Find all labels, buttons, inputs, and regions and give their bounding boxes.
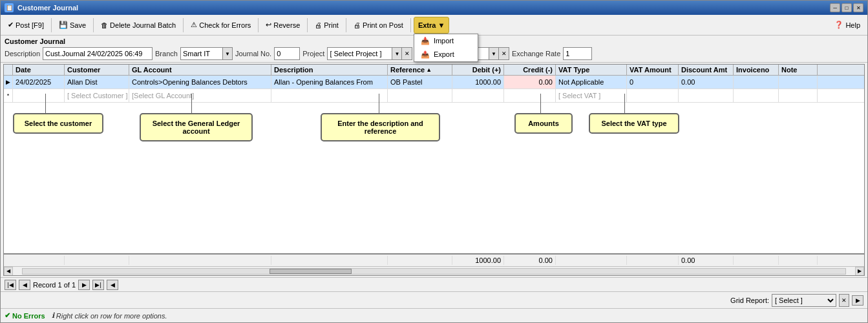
- delete-button[interactable]: 🗑 Delete Journal Batch: [96, 17, 180, 34]
- col-header-customer[interactable]: Customer: [65, 65, 129, 75]
- grid-report-clear-btn[interactable]: ✕: [839, 294, 849, 307]
- cell-invoiceno-2: [734, 89, 779, 102]
- cell-note-2: [779, 89, 818, 102]
- cell-credit-1: 0.00: [504, 76, 556, 89]
- cell-gl-1: Controls>Opening Balances Debtors: [129, 76, 271, 89]
- nav-first-btn[interactable]: |◀: [5, 280, 16, 290]
- totals-gl: [129, 256, 271, 265]
- col-header-invoiceno[interactable]: Invoiceno: [734, 65, 779, 75]
- extra-button[interactable]: Extra ▼: [414, 17, 449, 34]
- col-header-discount[interactable]: Discount Amt: [679, 65, 734, 75]
- check-errors-button[interactable]: ⚠ Check for Errors: [186, 17, 255, 34]
- col-header-gl[interactable]: GL Account: [129, 65, 271, 75]
- project-dropdown-btn[interactable]: ▼: [392, 47, 402, 60]
- journal-no-input[interactable]: [274, 47, 300, 60]
- cell-reference-2: [388, 89, 452, 102]
- cell-credit-2: [504, 89, 556, 102]
- sep7: [410, 18, 411, 32]
- cell-vattype-1: Not Applicable: [556, 76, 627, 89]
- scroll-track[interactable]: [22, 268, 846, 275]
- cell-date-1: 24/02/2025: [13, 76, 65, 89]
- col-header-reference[interactable]: Reference ▲: [388, 65, 452, 75]
- totals-debit: 1000.00: [452, 256, 504, 265]
- print-icon: 🖨: [315, 21, 322, 29]
- post-icon: ✔: [8, 21, 14, 29]
- col-header-note[interactable]: Note: [779, 65, 818, 75]
- nav-prev-btn[interactable]: ◀: [19, 280, 30, 290]
- cell-discount-2: [679, 89, 734, 102]
- hint-text: ℹ Right click on row for more options.: [52, 311, 167, 320]
- col-header-vatamount[interactable]: VAT Amount: [627, 65, 679, 75]
- col-header-debit[interactable]: Debit (+): [452, 65, 504, 75]
- no-errors-status: ✔ No Errors: [5, 311, 45, 320]
- callout-vat: Select the VAT type: [589, 113, 679, 134]
- scroll-right-btn[interactable]: ▶: [855, 267, 864, 276]
- grid-report-select[interactable]: [ Select ]: [772, 294, 836, 307]
- sort-arrow-reference: ▲: [426, 67, 432, 73]
- print-button[interactable]: 🖨 Print: [310, 17, 343, 34]
- branch-input[interactable]: [180, 47, 222, 60]
- grid-report-label: Grid Report:: [730, 297, 769, 304]
- exchange-rate-input[interactable]: [563, 47, 592, 60]
- save-button[interactable]: 💾 Save: [54, 17, 90, 34]
- maximize-button[interactable]: □: [842, 3, 852, 12]
- nav-scroll-left[interactable]: ◀: [107, 280, 118, 290]
- callout-gl: Select the General Ledger account: [140, 113, 253, 141]
- horizontal-scrollbar[interactable]: ◀ ▶: [4, 266, 864, 275]
- cell-debit-2: [452, 89, 504, 102]
- project-label: Project: [302, 50, 324, 57]
- extra-dropdown-menu: 📥 Import 📤 Export: [414, 34, 478, 62]
- grid-report-go-btn[interactable]: ▶: [852, 295, 863, 306]
- description-label: Description: [5, 50, 40, 57]
- scroll-thumb[interactable]: [270, 269, 352, 274]
- toolbar: ✔ Post [F9] 💾 Save 🗑 Delete Journal Batc…: [1, 15, 867, 36]
- cell-date-2: [13, 89, 65, 102]
- totals-reference: [388, 256, 452, 265]
- project-input[interactable]: [327, 47, 392, 60]
- table-row[interactable]: ▶ 24/02/2025 Allan Dist Controls>Opening…: [4, 76, 864, 89]
- project-combo: ▼ ✕: [327, 47, 412, 60]
- description-input[interactable]: [43, 47, 153, 60]
- totals-invoiceno: [734, 256, 779, 265]
- title-bar: 📋 Customer Journal ─ □ ✕: [1, 1, 867, 15]
- sep1: [51, 18, 52, 32]
- totals-description: [271, 256, 388, 265]
- table-row[interactable]: * [ Select Customer ] [Select GL Account…: [4, 89, 864, 103]
- check-icon: ⚠: [191, 21, 197, 29]
- reverse-button[interactable]: ↩ Reverse: [261, 17, 304, 34]
- close-button[interactable]: ✕: [853, 3, 863, 12]
- row-indicator-2: *: [4, 89, 13, 102]
- import-menu-item[interactable]: 📥 Import: [414, 34, 478, 48]
- col-header-date[interactable]: Date: [13, 65, 65, 75]
- window-title: Customer Journal: [17, 4, 826, 12]
- nav-next-btn[interactable]: ▶: [78, 280, 90, 290]
- grid-report-combo: [ Select ]: [772, 294, 836, 307]
- sep2: [93, 18, 94, 32]
- print-on-post-button[interactable]: 🖨 Print on Post: [349, 17, 408, 34]
- post-button[interactable]: ✔ Post [F9]: [3, 17, 48, 34]
- col-header-description[interactable]: Description: [271, 65, 388, 75]
- project-clear-btn[interactable]: ✕: [402, 47, 412, 60]
- minimize-button[interactable]: ─: [830, 3, 840, 12]
- branch-label: Branch: [155, 50, 178, 57]
- sep4: [258, 18, 259, 32]
- col-header-credit[interactable]: Credit (-): [504, 65, 556, 75]
- col-header-vattype[interactable]: VAT Type: [556, 65, 627, 75]
- record-navigation: |◀ ◀ Record 1 of 1 ▶ ▶| ◀: [1, 277, 867, 291]
- totals-row: 1000.00 0.00 0.00: [4, 253, 864, 266]
- currency-dropdown-btn[interactable]: ▼: [489, 47, 499, 60]
- branch-combo: ▼: [180, 47, 233, 60]
- cell-invoiceno-1: [734, 76, 779, 89]
- scroll-left-btn[interactable]: ◀: [4, 267, 13, 276]
- cell-customer-1: Allan Dist: [65, 76, 129, 89]
- branch-dropdown-btn[interactable]: ▼: [222, 47, 233, 60]
- export-menu-item[interactable]: 📤 Export: [414, 48, 478, 61]
- nav-last-btn[interactable]: ▶|: [92, 280, 104, 290]
- grid-header: Date Customer GL Account Description Ref…: [4, 65, 864, 76]
- save-icon: 💾: [59, 21, 68, 29]
- journal-no-label: Journal No.: [235, 50, 271, 57]
- print-on-post-icon: 🖨: [354, 21, 361, 29]
- cell-vatamount-1: 0: [627, 76, 679, 89]
- help-button[interactable]: ❓ Help: [830, 17, 865, 34]
- currency-clear-btn[interactable]: ✕: [499, 47, 509, 60]
